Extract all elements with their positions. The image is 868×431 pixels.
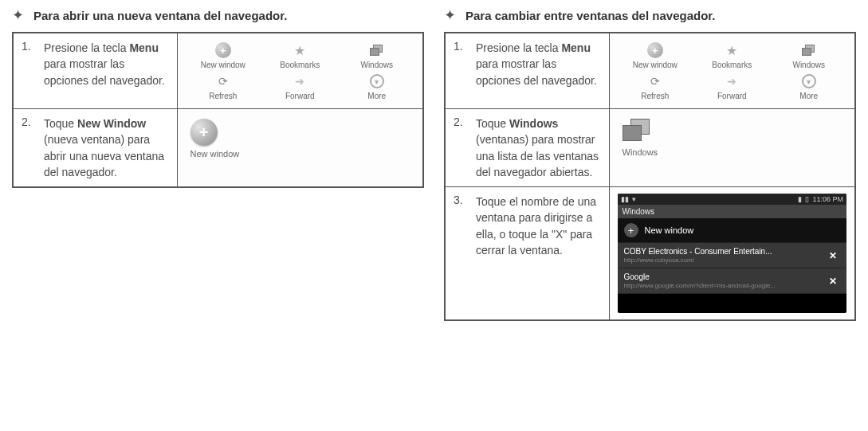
menu-bookmarks[interactable]: ★ Bookmarks [696, 41, 768, 69]
signal-icon: ▮▮ [621, 195, 629, 203]
menu-windows[interactable]: Windows [341, 41, 414, 69]
close-icon[interactable]: ✕ [826, 274, 840, 288]
step-body: Toque el nombre de una ventana para diri… [476, 194, 601, 258]
step-number: 3. [454, 194, 468, 258]
menu-bookmarks[interactable]: ★ Bookmarks [264, 41, 336, 69]
left-column: ✦ Para abrir una nueva ventana del naveg… [12, 6, 424, 321]
right-heading-row: ✦ Para cambiar entre ventanas del navega… [444, 6, 856, 24]
new-window-label: New window [645, 225, 694, 235]
step-image-cell: Windows [609, 109, 855, 187]
table-row: 3. Toque el nombre de una ventana para d… [445, 187, 855, 321]
table-row: 1. Presione la tecla Menu para mostrar l… [445, 33, 855, 109]
window-title: COBY Electronics - Consumer Entertain... [624, 247, 772, 256]
bars-icon: ▯ [805, 195, 809, 203]
step-image-cell: ▮▮ ▾ ▮ ▯ 11:06 PM Windows + New window [609, 187, 855, 321]
browser-menu-grid: + New window ★ Bookmarks Windows ⟳ Refre… [186, 40, 415, 102]
status-right: ▮ ▯ 11:06 PM [798, 195, 843, 203]
new-window-row[interactable]: + New window [618, 218, 847, 243]
open-window-row[interactable]: COBY Electronics - Consumer Entertain...… [618, 243, 847, 268]
menu-forward[interactable]: ➔ Forward [696, 72, 768, 100]
more-icon: ▾ [800, 72, 818, 90]
window-title: Google [624, 272, 776, 281]
refresh-icon: ⟳ [214, 72, 232, 90]
step-text-cell: 3. Toque el nombre de una ventana para d… [445, 187, 609, 321]
right-heading: Para cambiar entre ventanas del navegado… [465, 9, 715, 22]
menu-windows[interactable]: Windows [773, 41, 846, 69]
left-heading-row: ✦ Para abrir una nueva ventana del naveg… [12, 6, 424, 24]
step-body: Presione la tecla Menu para mostrar las … [476, 40, 601, 88]
step-number: 1. [22, 40, 36, 88]
right-steps-table: 1. Presione la tecla Menu para mostrar l… [444, 32, 856, 321]
step-body: Toque New Window (nueva ventana) para ab… [44, 116, 169, 180]
status-bar: ▮▮ ▾ ▮ ▯ 11:06 PM [618, 194, 847, 205]
battery-icon: ▮ [798, 195, 802, 203]
star-icon: ★ [291, 41, 308, 59]
cross-icon: ✦ [444, 6, 456, 24]
status-time: 11:06 PM [812, 195, 843, 203]
menu-refresh[interactable]: ⟳ Refresh [187, 72, 260, 100]
table-row: 1. Presione la tecla Menu para mostrar l… [13, 33, 423, 109]
step-body: Toque Windows (ventanas) para mostrar un… [476, 116, 601, 180]
menu-new-window[interactable]: + New window [619, 41, 692, 69]
step-body: Presione la tecla Menu para mostrar las … [44, 40, 169, 88]
step-number: 1. [454, 40, 468, 88]
cross-icon: ✦ [12, 6, 24, 24]
wifi-icon: ▾ [632, 195, 636, 203]
new-window-large[interactable]: + New window [186, 116, 415, 162]
star-icon: ★ [723, 41, 740, 59]
more-icon: ▾ [368, 72, 386, 90]
plus-icon: + [214, 41, 232, 59]
step-text-cell: 2. Toque New Window (nueva ventana) para… [13, 109, 177, 188]
step-image-cell: + New window [177, 109, 423, 188]
windows-large[interactable]: Windows [618, 116, 847, 160]
window-url: http://www.cobyusa.com/ [624, 257, 772, 264]
forward-icon: ➔ [723, 72, 740, 90]
window-url: http://www.google.com/m?client=ms-androi… [624, 282, 776, 289]
windows-title-bar: Windows [618, 205, 847, 218]
table-row: 2. Toque New Window (nueva ventana) para… [13, 109, 423, 188]
windows-icon [623, 119, 653, 143]
step-number: 2. [454, 116, 468, 180]
step-text-cell: 1. Presione la tecla Menu para mostrar l… [13, 33, 177, 109]
plus-icon: + [646, 41, 664, 59]
windows-icon [800, 41, 818, 59]
step-number: 2. [22, 116, 36, 180]
plus-icon: + [190, 119, 218, 146]
left-steps-table: 1. Presione la tecla Menu para mostrar l… [12, 32, 424, 188]
menu-new-window[interactable]: + New window [187, 41, 260, 69]
forward-icon: ➔ [291, 72, 308, 90]
step-image-cell: + New window ★ Bookmarks Windows ⟳ Refre… [609, 33, 855, 109]
plus-icon: + [624, 223, 638, 237]
open-window-row[interactable]: Google http://www.google.com/m?client=ms… [618, 268, 847, 294]
step-text-cell: 1. Presione la tecla Menu para mostrar l… [445, 33, 609, 109]
refresh-icon: ⟳ [646, 72, 664, 90]
phone-screenshot: ▮▮ ▾ ▮ ▯ 11:06 PM Windows + New window [618, 194, 847, 313]
menu-forward[interactable]: ➔ Forward [264, 72, 336, 100]
menu-more[interactable]: ▾ More [773, 72, 846, 100]
left-heading: Para abrir una nueva ventana del navegad… [33, 9, 287, 22]
windows-icon [368, 41, 386, 59]
close-icon[interactable]: ✕ [826, 249, 840, 263]
browser-menu-grid: + New window ★ Bookmarks Windows ⟳ Refre… [618, 40, 847, 102]
status-left-icons: ▮▮ ▾ [621, 195, 636, 203]
menu-refresh[interactable]: ⟳ Refresh [619, 72, 692, 100]
table-row: 2. Toque Windows (ventanas) para mostrar… [445, 109, 855, 187]
right-column: ✦ Para cambiar entre ventanas del navega… [444, 6, 856, 321]
step-text-cell: 2. Toque Windows (ventanas) para mostrar… [445, 109, 609, 187]
menu-more[interactable]: ▾ More [341, 72, 414, 100]
step-image-cell: + New window ★ Bookmarks Windows ⟳ Refre… [177, 33, 423, 109]
